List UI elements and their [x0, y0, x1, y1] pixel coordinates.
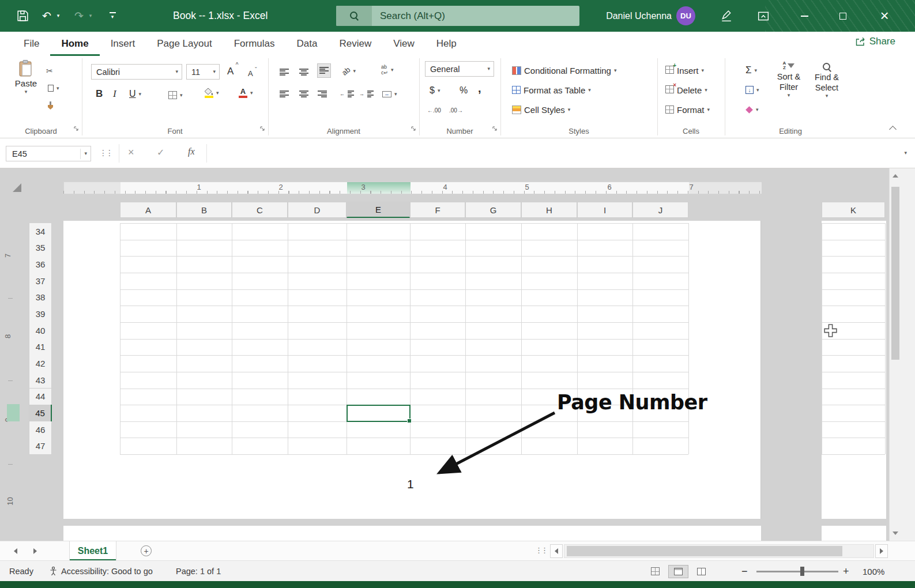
number-format-select[interactable]: General▾	[425, 61, 494, 77]
select-all-corner[interactable]	[13, 183, 21, 192]
zoom-slider-thumb[interactable]	[800, 567, 804, 576]
row-header-34[interactable]: 34	[29, 223, 52, 240]
percent-format-button[interactable]: %	[460, 82, 468, 99]
font-color-button[interactable]: A ▾	[239, 85, 253, 101]
align-center-button[interactable]	[299, 86, 308, 102]
column-header-D[interactable]: D	[288, 202, 347, 218]
italic-button[interactable]: I	[113, 86, 116, 102]
cell-styles-button[interactable]: Cell Styles ▾	[512, 101, 570, 118]
clipboard-dialog-launcher[interactable]	[73, 123, 79, 134]
underline-button[interactable]: U▾	[129, 86, 141, 102]
scroll-up-icon[interactable]	[893, 174, 898, 178]
column-header-H[interactable]: H	[521, 202, 577, 218]
font-name-select[interactable]: Calibri▾	[91, 64, 182, 80]
sheet-tab-sheet1[interactable]: Sheet1	[69, 541, 116, 561]
column-header-G[interactable]: G	[465, 202, 521, 218]
row-header-47[interactable]: 47	[29, 438, 52, 455]
share-button[interactable]: Share	[856, 36, 895, 47]
bottom-align-button[interactable]	[318, 62, 330, 78]
previous-sheet-icon[interactable]	[14, 548, 17, 554]
row-header-39[interactable]: 39	[29, 306, 52, 323]
row-header-41[interactable]: 41	[29, 339, 52, 356]
clear-button[interactable]: ▾	[745, 101, 759, 118]
column-header-K[interactable]: K	[822, 202, 885, 218]
redo-dropdown[interactable]: ▾	[86, 0, 95, 32]
maximize-button[interactable]	[828, 0, 858, 32]
top-align-button[interactable]	[280, 64, 289, 80]
undo-button[interactable]: ↶	[38, 0, 55, 32]
normal-view-button[interactable]	[646, 565, 665, 578]
number-dialog-launcher[interactable]	[492, 123, 498, 134]
tab-view[interactable]: View	[382, 32, 426, 56]
column-header-C[interactable]: C	[232, 202, 288, 218]
find-select-button[interactable]: Find & Select ▾	[810, 61, 844, 99]
column-header-E[interactable]: E	[347, 202, 410, 218]
minimize-button[interactable]	[789, 0, 819, 32]
align-left-button[interactable]	[280, 86, 289, 102]
middle-align-button[interactable]	[299, 64, 308, 80]
row-header-38[interactable]: 38	[29, 289, 52, 307]
tab-page-layout[interactable]: Page Layout	[146, 32, 223, 56]
page-break-view-button[interactable]	[692, 566, 711, 578]
bold-button[interactable]: B	[96, 86, 103, 102]
tab-file[interactable]: File	[13, 32, 50, 56]
column-header-B[interactable]: B	[176, 202, 232, 218]
alignment-dialog-launcher[interactable]	[411, 123, 416, 134]
cut-button[interactable]: ✂	[46, 63, 53, 79]
conditional-formatting-button[interactable]: Conditional Formatting ▾	[512, 62, 616, 78]
autosum-button[interactable]: Σ▾	[745, 62, 757, 78]
orientation-button[interactable]: ab▾	[342, 63, 356, 79]
row-header-46[interactable]: 46	[29, 421, 52, 439]
copy-button[interactable]: ▾	[45, 80, 59, 96]
hscroll-left-button[interactable]	[550, 544, 563, 558]
ink-button[interactable]	[715, 0, 738, 32]
merge-center-button[interactable]: ↔▾	[382, 86, 397, 102]
row-header-45[interactable]: 45	[29, 405, 52, 422]
increase-font-button[interactable]: A	[227, 63, 234, 80]
font-dialog-launcher[interactable]	[259, 123, 265, 134]
zoom-out-button[interactable]: −	[741, 561, 748, 582]
user-name[interactable]: Daniel Uchenna	[594, 0, 672, 32]
column-header-F[interactable]: F	[410, 202, 465, 218]
delete-cells-button[interactable]: × Delete ▾	[665, 82, 707, 98]
drag-handle-icon[interactable]: ⋮⋮	[99, 148, 112, 157]
scroll-down-icon[interactable]	[893, 532, 898, 535]
customize-quick-access-button[interactable]: ▾	[103, 0, 122, 32]
column-header-A[interactable]: A	[120, 202, 176, 218]
zoom-slider-track[interactable]	[756, 571, 838, 572]
column-header-I[interactable]: I	[577, 202, 632, 218]
sort-filter-button[interactable]: AZ Sort & Filter ▾	[772, 61, 805, 98]
fill-color-button[interactable]: ▾	[204, 85, 219, 101]
increase-indent-button[interactable]: →	[359, 86, 374, 102]
tab-help[interactable]: Help	[426, 32, 468, 56]
tab-home[interactable]: Home	[50, 32, 99, 56]
paste-button[interactable]: Paste ▾	[10, 60, 42, 95]
tab-review[interactable]: Review	[328, 32, 382, 56]
row-header-44[interactable]: 44	[29, 389, 52, 406]
decrease-font-button[interactable]: A	[248, 65, 253, 81]
avatar[interactable]: DU	[676, 6, 695, 25]
tab-splitter-handle[interactable]: ⋮⋮	[535, 546, 547, 555]
vertical-scrollbar[interactable]	[889, 168, 901, 541]
selected-cell-E45[interactable]	[347, 405, 411, 422]
row-header-42[interactable]: 42	[29, 355, 52, 372]
name-box[interactable]: E45 ▾	[6, 146, 91, 161]
horizontal-scrollbar[interactable]	[564, 544, 874, 558]
column-header-J[interactable]: J	[632, 202, 688, 218]
currency-format-button[interactable]: $▾	[430, 82, 440, 99]
insert-function-icon[interactable]: fx	[188, 146, 195, 157]
decrease-decimal-button[interactable]: .00→	[449, 102, 463, 118]
formula-input[interactable]	[208, 138, 892, 168]
new-sheet-button[interactable]: +	[141, 545, 152, 556]
zoom-slider[interactable]	[756, 561, 838, 582]
tab-formulas[interactable]: Formulas	[223, 32, 286, 56]
tab-insert[interactable]: Insert	[100, 32, 146, 56]
save-button[interactable]	[13, 0, 32, 32]
vertical-scroll-thumb[interactable]	[891, 187, 899, 360]
ribbon-display-options-button[interactable]	[752, 0, 775, 32]
page-indicator[interactable]: Page: 1 of 1	[176, 561, 221, 582]
search-box[interactable]: Search (Alt+Q)	[336, 6, 579, 26]
expand-formula-bar-icon[interactable]: ▾	[904, 150, 907, 156]
comma-format-button[interactable]: ,	[478, 80, 481, 96]
row-header-43[interactable]: 43	[29, 372, 52, 389]
